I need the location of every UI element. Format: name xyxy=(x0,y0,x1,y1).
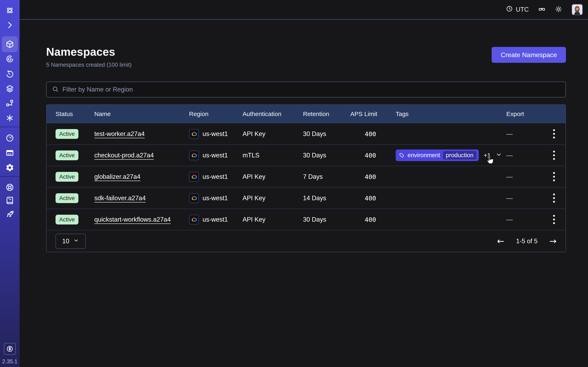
version-label: 2.35.1 xyxy=(0,359,20,365)
aps-limit-cell: 400 xyxy=(350,130,396,138)
retention-cell: 30 Days xyxy=(303,130,350,138)
sidebar-item-batch-operations[interactable] xyxy=(2,110,18,126)
table-row: Active quickstart-workflows.a27a4 us-wes… xyxy=(47,209,566,230)
status-badge: Active xyxy=(56,150,78,160)
labs-glasses-icon[interactable] xyxy=(538,6,545,14)
export-cell: — xyxy=(506,130,539,138)
region-label: us-west1 xyxy=(203,194,228,202)
auth-cell: API Key xyxy=(242,173,303,180)
sidebar-item-usage[interactable] xyxy=(2,130,18,146)
gcp-icon xyxy=(189,150,199,160)
region-label: us-west1 xyxy=(203,173,228,180)
auth-cell: mTLS xyxy=(242,152,303,159)
sidebar-item-getting-started[interactable] xyxy=(2,206,18,222)
sidebar-item-nexus[interactable] xyxy=(2,95,18,111)
retention-cell: 30 Days xyxy=(303,152,350,159)
timezone-selector[interactable]: UTC xyxy=(506,5,529,14)
create-namespace-button[interactable]: Create Namespace xyxy=(492,47,566,63)
gcp-icon xyxy=(189,129,199,139)
auth-cell: API Key xyxy=(242,216,303,223)
next-page-button[interactable]: → xyxy=(549,237,557,245)
table-body: Active test-worker.a27a4 us-west1 API Ke… xyxy=(47,123,566,230)
status-badge: Active xyxy=(56,215,78,225)
region-label: us-west1 xyxy=(203,130,228,138)
retention-cell: 30 Days xyxy=(303,216,350,223)
sidebar-item-deployments[interactable] xyxy=(2,81,18,97)
sidebar-divider xyxy=(0,127,20,127)
clock-icon xyxy=(506,5,513,14)
status-badge: Active xyxy=(56,193,78,203)
retention-cell: 14 Days xyxy=(303,194,350,202)
export-cell: — xyxy=(506,152,539,159)
main-content: Namespaces 5 Namespaces created (100 lim… xyxy=(20,20,588,367)
auth-cell: API Key xyxy=(242,194,303,202)
sidebar-item-billing[interactable] xyxy=(2,145,18,161)
col-header-retention: Retention xyxy=(303,110,350,117)
tag-key: environment xyxy=(407,152,440,159)
namespace-link[interactable]: globalizer.a27a4 xyxy=(94,173,140,180)
row-actions-kebab-button[interactable] xyxy=(552,128,557,140)
sidebar-divider xyxy=(0,176,20,177)
page-title: Namespaces xyxy=(46,45,132,58)
sidebar-item-namespaces[interactable] xyxy=(2,36,18,52)
namespace-link[interactable]: sdk-failover.a27a4 xyxy=(94,194,146,202)
filter-bar xyxy=(46,82,566,98)
tag-value: production xyxy=(443,151,476,159)
timezone-label: UTC xyxy=(516,6,529,13)
namespace-link[interactable]: test-worker.a27a4 xyxy=(94,130,145,137)
region-label: us-west1 xyxy=(203,216,228,223)
pagination-bar: 10 ← 1-5 of 5 → xyxy=(47,230,566,252)
theme-toggle-sun-icon[interactable] xyxy=(555,6,562,14)
col-header-tags: Tags xyxy=(396,110,506,117)
sidebar-item-settings[interactable] xyxy=(2,160,18,175)
namespace-count: 5 Namespaces created (100 limit) xyxy=(46,62,132,68)
col-header-name: Name xyxy=(94,110,189,117)
sidebar-item-schedules[interactable] xyxy=(2,66,18,82)
region-label: us-west1 xyxy=(203,152,228,159)
row-actions-kebab-button[interactable] xyxy=(552,213,557,226)
namespaces-table: Status Name Region Authentication Retent… xyxy=(46,104,566,252)
export-cell: — xyxy=(506,216,539,223)
gcp-icon xyxy=(189,193,199,203)
retention-cell: 7 Days xyxy=(303,173,350,180)
namespace-link[interactable]: quickstart-workflows.a27a4 xyxy=(94,216,171,223)
table-header-row: Status Name Region Authentication Retent… xyxy=(47,105,566,123)
row-actions-kebab-button[interactable] xyxy=(552,149,557,161)
page-size-value: 10 xyxy=(62,238,69,245)
topbar: UTC xyxy=(20,0,588,20)
page-range-label: 1-5 of 5 xyxy=(516,238,537,245)
tags-cell: environment production +1 xyxy=(396,150,506,161)
temporal-logo-icon[interactable] xyxy=(2,2,18,18)
table-row: Active sdk-failover.a27a4 us-west1 API K… xyxy=(47,187,566,209)
tags-more-count: +1 xyxy=(484,152,491,159)
tag-pill[interactable]: environment production xyxy=(396,150,479,161)
namespace-link[interactable]: checkout-prod.a27a4 xyxy=(94,152,154,159)
auth-cell: API Key xyxy=(242,130,303,138)
row-actions-kebab-button[interactable] xyxy=(552,170,557,183)
table-row: Active test-worker.a27a4 us-west1 API Ke… xyxy=(47,123,566,144)
sidebar-item-workflows[interactable] xyxy=(2,51,18,67)
aps-limit-cell: 400 xyxy=(350,194,396,202)
page-size-select[interactable]: 10 xyxy=(56,234,86,249)
gcp-icon xyxy=(189,172,199,182)
tags-group: environment production +1 xyxy=(396,150,502,161)
prev-page-button[interactable]: ← xyxy=(497,237,504,245)
status-badge: Active xyxy=(56,172,78,182)
avatar[interactable] xyxy=(572,4,583,15)
col-header-aps-limit: APS Limit xyxy=(350,110,396,117)
app-window: 2.35.1 UTC xyxy=(0,0,588,367)
tag-icon xyxy=(399,152,405,158)
table-row: Active globalizer.a27a4 us-west1 API Key… xyxy=(47,166,566,187)
aps-limit-cell: 400 xyxy=(350,173,396,180)
credits-button[interactable] xyxy=(4,343,16,355)
col-header-status: Status xyxy=(56,110,94,117)
export-cell: — xyxy=(506,173,539,180)
aps-limit-cell: 400 xyxy=(350,152,396,159)
row-actions-kebab-button[interactable] xyxy=(552,192,557,204)
sidebar-expand-chevron-icon[interactable] xyxy=(2,17,18,33)
filter-input[interactable] xyxy=(62,86,560,93)
table-row: Active checkout-prod.a27a4 us-west1 mTLS… xyxy=(47,144,566,166)
page-header: Namespaces 5 Namespaces created (100 lim… xyxy=(46,45,566,68)
sidebar: 2.35.1 xyxy=(0,0,20,367)
tags-expand-chevron-icon[interactable] xyxy=(495,151,502,159)
